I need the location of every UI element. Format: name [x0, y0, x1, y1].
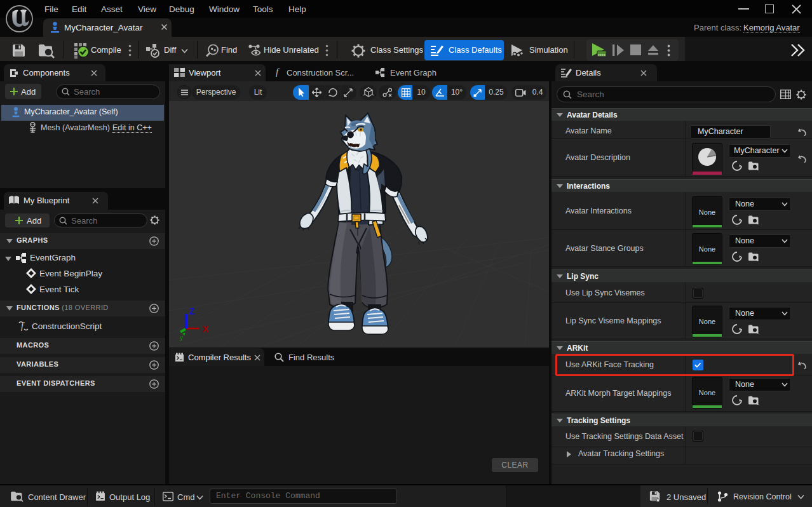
svg-text:X: X [203, 324, 209, 334]
svg-text:y: y [180, 334, 183, 341]
svg-text:Z: Z [189, 306, 195, 316]
